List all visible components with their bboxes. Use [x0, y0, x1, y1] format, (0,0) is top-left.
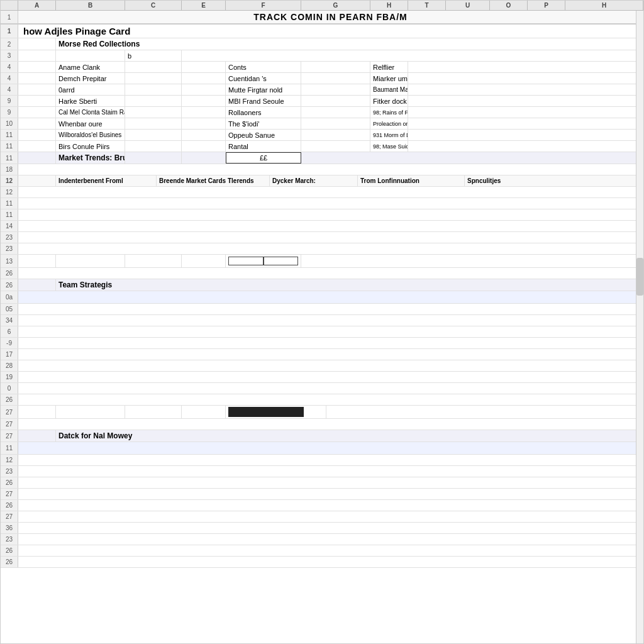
col-f-header: F: [226, 1, 301, 10]
cell-34: [18, 315, 643, 326]
row-num-11c: 11: [1, 152, 18, 164]
cell-4c-rest: [408, 84, 643, 95]
row-num-9a: 9: [1, 96, 18, 106]
row-num-12f: 12: [1, 455, 18, 465]
cell-4b-e: [182, 73, 226, 84]
row-num-23a: 23: [1, 232, 18, 243]
cell-27g: [18, 489, 643, 499]
cell-4a-rest: [408, 62, 643, 72]
row-num-header: [1, 1, 18, 10]
row-n9: -9: [1, 338, 643, 349]
cell-11a-a: [18, 130, 56, 140]
cell-9b-e: [182, 107, 226, 118]
row-23c: 23: [1, 466, 643, 477]
row-27h: 27: [1, 511, 643, 523]
cell-27dark-e: [182, 406, 226, 418]
cell-mase: 98; Mase Suidacles – Marken in Rady to W…: [370, 141, 408, 152]
row-18: 18: [1, 164, 643, 175]
cell-4b-c: [125, 73, 182, 84]
row-23a: 23: [1, 232, 643, 243]
cell-4a-g: [301, 62, 370, 72]
cell-4c-g: [301, 84, 370, 95]
cell-th-a: [18, 175, 56, 186]
spreadsheet-subtitle: how Adjles Pinage Card: [18, 25, 643, 38]
row-num-0a: 0a: [1, 291, 18, 303]
row-num-th: 12: [1, 175, 18, 186]
scrollbar[interactable]: [636, 1, 643, 643]
col-u-header: U: [446, 1, 490, 10]
col-e-header: E: [182, 1, 226, 10]
cell-9a-a: [18, 96, 56, 106]
row-num-27e: 27: [1, 419, 18, 430]
cell-27dark-f: [226, 406, 326, 418]
market-trends-box[interactable]: ££: [226, 152, 301, 164]
row-num-26f: 26: [1, 557, 18, 567]
cell-23d: [18, 534, 643, 545]
row-num-28: 28: [1, 360, 18, 371]
row-num-12e: 12: [1, 187, 18, 197]
cell-baumant: Baumant Mattaring – ESA Gart supper and: [370, 84, 408, 95]
cell-11b-a: [18, 141, 56, 152]
cell-27dark-c: [125, 406, 182, 418]
row-num-4a: 4: [1, 62, 18, 72]
cell-10-rest: [408, 118, 643, 129]
cell-harke: Harke Sberti: [56, 96, 125, 106]
cell-11b-rest: [408, 141, 643, 152]
col-h-header: H: [370, 1, 408, 10]
row-num-18: 18: [1, 164, 18, 175]
row-26c: 26: [1, 477, 643, 489]
row-num-ts: 26: [1, 279, 18, 291]
cell-datck-a: [18, 430, 56, 441]
row-num-34: 34: [1, 315, 18, 326]
th-col3: Dycker March:: [270, 175, 358, 186]
row-11-blue: 11: [1, 442, 643, 455]
cell-23c: [18, 466, 643, 477]
cell-12e: [18, 187, 643, 197]
row-num-26e: 26: [1, 545, 18, 556]
cell-n9: [18, 338, 643, 348]
row-9a: 9 Harke Sberti MBI Frand Seoule Fitker d…: [1, 96, 643, 107]
row-num-27h: 27: [1, 511, 18, 522]
row-05: 05: [1, 304, 643, 315]
row-3: 3 b: [1, 50, 643, 62]
cell-ts-a: [18, 279, 56, 291]
row-34: 34: [1, 315, 643, 326]
cell-10-e: [182, 118, 226, 129]
row-num-4b: 4: [1, 73, 18, 84]
cell-17: [18, 349, 643, 360]
row-0: 0: [1, 383, 643, 394]
cell-26f: [18, 557, 643, 567]
row-0a: 0a: [1, 291, 643, 304]
title-row: 1 TRACK COMIN IN PEARN FBA/M: [1, 11, 643, 25]
col-t-header: T: [408, 1, 446, 10]
th-col4: Trom Lonfinnuation: [358, 175, 465, 186]
subtitle-row: 1 how Adjles Pinage Card: [1, 25, 643, 38]
scrollbar-thumb[interactable]: [636, 258, 643, 296]
cell-23b: [18, 243, 643, 254]
cell-11b-e: [182, 141, 226, 152]
cell-rantal: Rantal: [226, 141, 301, 152]
cell-birs: Birs Conule Piirs: [56, 141, 125, 152]
row-num-11f: 11: [1, 209, 18, 220]
col-o-header: O: [490, 1, 528, 10]
cell-mt-a: [18, 152, 56, 164]
row-num-11b: 11: [1, 141, 18, 152]
cell-4a-c: [125, 62, 182, 72]
cell-miarker: Miarker umer End: [370, 73, 408, 84]
row-num-n9: -9: [1, 338, 18, 348]
cell-4a-a: [18, 62, 56, 72]
row-num-11e: 11: [1, 198, 18, 209]
cell-931: 931 Morm of Dende : 98B UST Cadder – I N…: [370, 130, 408, 140]
cell-cuentidan: Cuentidan 's: [226, 73, 301, 84]
cell-4c-e: [182, 84, 226, 95]
row-28: 28: [1, 360, 643, 372]
datck-row: 27 Datck for Nal Mowey: [1, 430, 643, 442]
row-num-10: 10: [1, 118, 18, 129]
row-19: 19: [1, 372, 643, 383]
cell-9a-rest: [408, 96, 643, 106]
row-9b: 9 Cal Mel Clonta Staim Rao Me Cards Roll…: [1, 107, 643, 118]
row-num-13m: 13: [1, 255, 18, 267]
cell-27h: [18, 511, 643, 522]
row-23b: 23: [1, 243, 643, 255]
row-num-23b: 23: [1, 243, 18, 254]
